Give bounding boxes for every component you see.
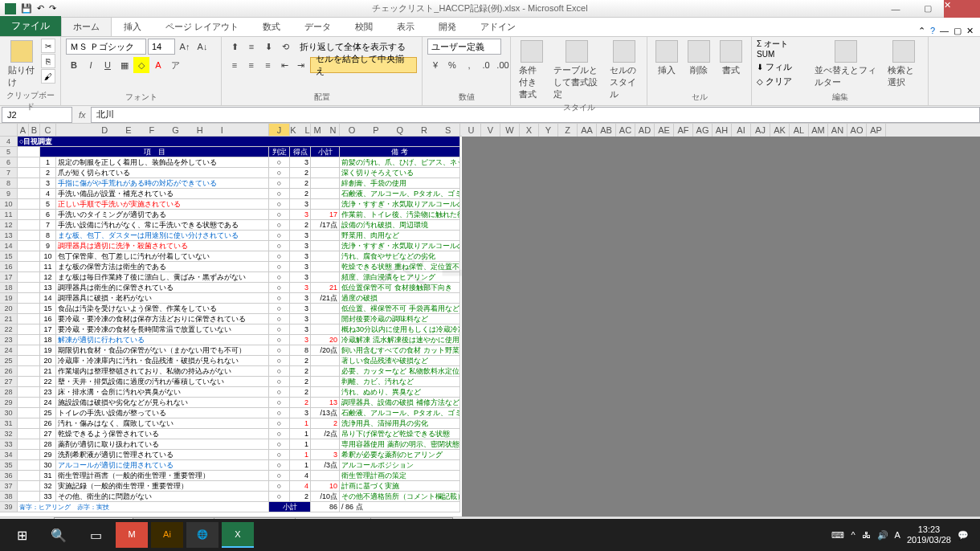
window-min-icon[interactable]: — <box>940 26 949 36</box>
layout-tab[interactable]: ページ レイアウト <box>153 17 251 36</box>
minimize-button[interactable]: — <box>880 0 912 18</box>
align-right-icon[interactable]: ≡ <box>259 57 276 73</box>
save-icon[interactable]: 💾 <box>21 3 32 14</box>
sort-icon <box>835 40 857 63</box>
cells-label: セル <box>652 92 746 104</box>
tray-up-icon[interactable]: ^ <box>851 530 855 540</box>
select-all-corner[interactable] <box>0 124 18 136</box>
cut-icon[interactable]: ✂ <box>41 39 55 53</box>
shrink-font-icon[interactable]: A↓ <box>194 39 210 55</box>
col-header[interactable]: K L <box>290 124 311 136</box>
currency-icon[interactable]: ¥ <box>427 57 443 73</box>
fill-color-button[interactable]: ◇ <box>133 57 149 73</box>
maximize-button[interactable]: ▢ <box>912 0 944 18</box>
view-tab[interactable]: 表示 <box>385 17 427 36</box>
bold-button[interactable]: B <box>66 57 82 73</box>
paste-button[interactable]: 貼り付け <box>5 39 38 90</box>
notification-icon[interactable]: 💬 <box>958 530 969 541</box>
border-button[interactable]: ▦ <box>116 57 133 73</box>
delete-cells-button[interactable]: 削除 <box>684 39 713 78</box>
ribbon-minimize-icon[interactable]: ⌃ <box>918 26 925 36</box>
orientation-icon[interactable]: ⟲ <box>277 39 293 55</box>
start-button[interactable]: ⊞ <box>3 520 40 550</box>
ribbon: 貼り付け ✂ ⎘ 🖌 クリップボード ＭＳ Ｐゴシック 14 A↑ A↓ B I… <box>0 37 980 106</box>
format-cells-button[interactable]: 書式 <box>717 39 745 78</box>
format-painter-icon[interactable]: 🖌 <box>41 69 55 84</box>
align-middle-icon[interactable]: ≡ <box>243 39 259 55</box>
col-header[interactable]: O P Q R S T <box>340 124 460 136</box>
font-color-button[interactable]: A <box>150 57 166 73</box>
sheet-grid[interactable]: A B C D E F G H I J K L M N O P Q R S T … <box>0 124 462 516</box>
col-header[interactable]: A <box>18 124 29 136</box>
gmail-app[interactable]: M <box>116 522 148 548</box>
title-bar: 💾 ↶ ↷ チェックリスト_HACCP記録(例).xlsx - Microsof… <box>0 0 980 18</box>
wrap-text-button[interactable]: 折り返して全体を表示する <box>294 39 411 55</box>
align-bottom-icon[interactable]: ⬇ <box>260 39 276 55</box>
col-header[interactable]: M N <box>311 124 340 136</box>
clipboard-label: クリップボード <box>5 90 55 113</box>
edit-label: 編集 <box>757 92 923 104</box>
undo-icon[interactable]: ↶ <box>37 3 44 14</box>
sort-filter-button[interactable]: 並べ替えとフィルター <box>811 39 882 90</box>
find-select-button[interactable]: 検索と選択 <box>884 39 923 90</box>
table-format-button[interactable]: テーブルとして書式設定 <box>550 39 602 102</box>
chrome-app[interactable]: 🌐 <box>186 522 218 548</box>
network-icon[interactable]: 🖧 <box>862 530 871 540</box>
volume-icon[interactable]: 🔊 <box>877 530 888 541</box>
redo-icon[interactable]: ↷ <box>49 3 56 14</box>
review-tab[interactable]: 校閲 <box>343 17 385 36</box>
align-label: 配置 <box>227 92 417 104</box>
file-tab[interactable]: ファイル <box>0 16 61 36</box>
window-restore-icon[interactable]: ▢ <box>953 26 962 36</box>
merge-center-button[interactable]: セルを結合して中央揃え <box>310 57 417 73</box>
col-header[interactable]: C <box>40 124 56 136</box>
fill-button[interactable]: ⬇ フィル <box>757 61 808 73</box>
excel-app[interactable]: X <box>222 522 254 548</box>
align-top-icon[interactable]: ⬆ <box>227 39 243 55</box>
col-header[interactable]: J <box>269 124 290 136</box>
addin-tab[interactable]: アドイン <box>468 17 528 36</box>
cell-style-button[interactable]: セルのスタイル <box>606 39 642 102</box>
formula-tab[interactable]: 数式 <box>251 17 292 36</box>
autosum-button[interactable]: Σ オート SUM <box>757 39 808 59</box>
illustrator-app[interactable]: Ai <box>151 522 183 548</box>
styles-label: スタイル <box>516 102 642 114</box>
font-size-select[interactable]: 14 <box>148 39 175 55</box>
data-tab[interactable]: データ <box>292 17 343 36</box>
phonetic-button[interactable]: ア <box>167 57 183 73</box>
percent-icon[interactable]: % <box>444 57 460 73</box>
align-center-icon[interactable]: ≡ <box>243 57 259 73</box>
italic-button[interactable]: I <box>83 57 99 73</box>
grow-font-icon[interactable]: A↑ <box>177 39 193 55</box>
indent-dec-icon[interactable]: ⇤ <box>276 57 292 73</box>
dec-decimal-icon[interactable]: .00 <box>495 57 511 73</box>
fx-icon[interactable]: fx <box>74 110 91 120</box>
clock[interactable]: 13:23 2019/03/28 <box>907 524 951 545</box>
ribbon-tabs: ファイル ホーム 挿入 ページ レイアウト 数式 データ 校閲 表示 開発 アド… <box>0 18 980 37</box>
close-button[interactable]: ✕ <box>944 0 980 18</box>
dev-tab[interactable]: 開発 <box>427 17 468 36</box>
delete-icon <box>688 40 710 63</box>
insert-cells-button[interactable]: 挿入 <box>652 39 681 78</box>
clear-button[interactable]: ◇ クリア <box>757 76 808 88</box>
inc-decimal-icon[interactable]: .0 <box>478 57 494 73</box>
col-header[interactable]: D E F G H I <box>56 124 269 136</box>
search-icon[interactable]: 🔍 <box>40 520 77 550</box>
number-format-select[interactable]: ユーザー定義 <box>427 39 501 55</box>
indent-inc-icon[interactable]: ⇥ <box>293 57 309 73</box>
font-name-select[interactable]: ＭＳ Ｐゴシック <box>66 39 146 55</box>
col-header[interactable]: B <box>29 124 40 136</box>
copy-icon[interactable]: ⎘ <box>41 54 55 68</box>
home-tab[interactable]: ホーム <box>61 17 112 36</box>
align-left-icon[interactable]: ≡ <box>227 57 243 73</box>
cond-format-button[interactable]: 条件付き書式 <box>516 39 547 102</box>
insert-tab[interactable]: 挿入 <box>112 17 153 36</box>
comma-icon[interactable]: , <box>461 57 477 73</box>
ime-icon[interactable]: A <box>895 530 900 540</box>
keyboard-icon[interactable]: ⌨ <box>831 530 844 541</box>
task-view-icon[interactable]: ▭ <box>77 520 114 550</box>
help-icon[interactable]: ? <box>930 26 935 36</box>
underline-button[interactable]: U <box>100 57 116 73</box>
window-close-icon[interactable]: ✕ <box>966 26 974 36</box>
worksheet-area: A B C D E F G H I J K L M N O P Q R S T … <box>0 124 980 516</box>
